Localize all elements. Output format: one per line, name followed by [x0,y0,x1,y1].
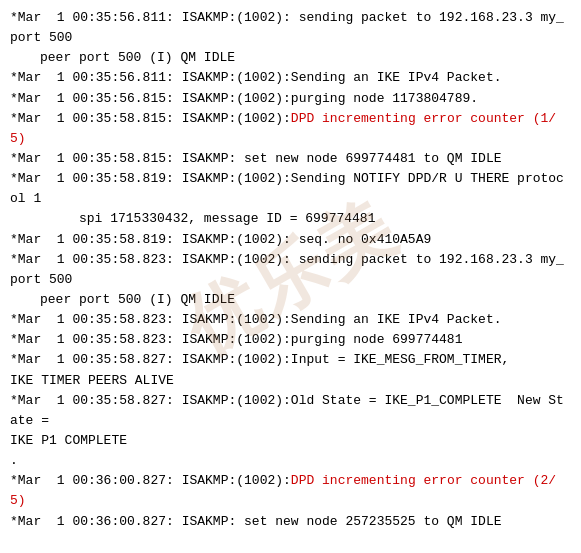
log-line: peer port 500 (I) QM IDLE [10,290,571,310]
log-line: *Mar 1 00:35:58.819: ISAKMP:(1002): seq.… [10,230,571,250]
log-line: *Mar 1 00:35:58.823: ISAKMP:(1002):purgi… [10,330,571,350]
log-line: spi 1715330432, message ID = 699774481 [10,209,571,229]
log-line: *Mar 1 00:35:58.815: ISAKMP: set new nod… [10,149,571,169]
log-line: *Mar 1 00:35:56.815: ISAKMP:(1002):purgi… [10,89,571,109]
log-line: *Mar 1 00:35:58.827: ISAKMP:(1002):Old S… [10,391,571,431]
highlight-text: DPD incrementing error counter (1/5) [10,111,556,146]
log-line: peer port 500 (I) QM IDLE [10,48,571,68]
log-line: *Mar 1 00:35:56.811: ISAKMP:(1002):Sendi… [10,68,571,88]
log-line: . [10,451,571,471]
log-line: *Mar 1 00:35:56.811: ISAKMP:(1002): send… [10,8,571,48]
log-line: *Mar 1 00:35:58.827: ISAKMP:(1002):Input… [10,350,571,370]
log-line: *Mar 1 00:35:58.815: ISAKMP:(1002):DPD i… [10,109,571,149]
log-line: IKE TIMER PEERS ALIVE [10,371,571,391]
highlight-text: DPD incrementing error counter (2/5) [10,473,556,508]
log-line: *Mar 1 00:35:58.823: ISAKMP:(1002): send… [10,250,571,290]
log-container: *Mar 1 00:35:56.811: ISAKMP:(1002): send… [0,0,581,553]
log-line: *Mar 1 00:36:00.827: ISAKMP:(1002):DPD i… [10,471,571,511]
log-line: *Mar 1 00:35:58.819: ISAKMP:(1002):Sendi… [10,169,571,209]
log-line: *Mar 1 00:35:58.823: ISAKMP:(1002):Sendi… [10,310,571,330]
log-line: IKE P1 COMPLETE [10,431,571,451]
log-line: *Mar 1 00:36:00.827: ISAKMP: set new nod… [10,512,571,532]
